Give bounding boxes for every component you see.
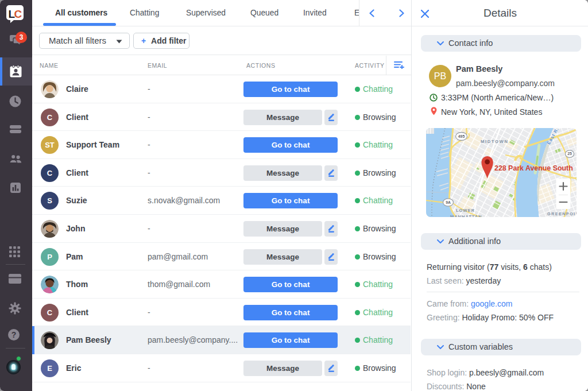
svg-text:LOWER: LOWER (456, 208, 475, 213)
svg-text:GREENPOINT: GREENPOINT (547, 211, 577, 216)
svg-text:MIDTOWN: MIDTOWN (481, 139, 509, 144)
svg-text:25: 25 (567, 152, 572, 156)
svg-text:MANHATTAN: MANHATTAN (450, 214, 482, 217)
svg-text:C: C (14, 8, 22, 20)
svg-text:9A: 9A (446, 200, 451, 204)
svg-text:495: 495 (458, 134, 465, 138)
svg-text:228 Park Avenue South: 228 Park Avenue South (494, 164, 573, 172)
